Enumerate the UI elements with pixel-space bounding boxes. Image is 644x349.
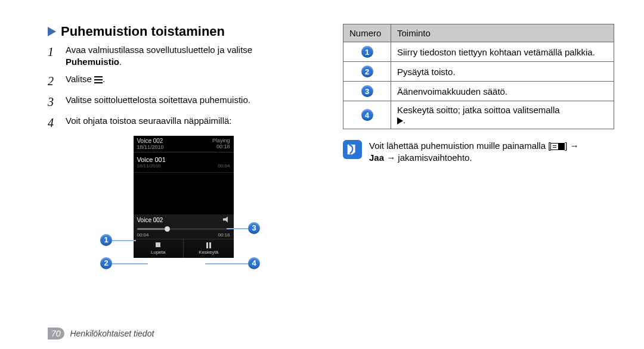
table-row: 3 Äänenvoimakkuuden säätö. xyxy=(343,82,614,101)
step-2-text-b: . xyxy=(103,74,105,84)
step-2-text-a: Valitse xyxy=(66,74,92,84)
play-icon xyxy=(397,117,403,124)
page-footer: 70 Henkilökohtaiset tiedot xyxy=(48,329,154,338)
now-playing-dur: 00:18 xyxy=(212,144,230,149)
table-row: 1 Siirry tiedoston tiettyyn kohtaan vetä… xyxy=(343,42,614,62)
col-function: Toiminto xyxy=(391,24,614,42)
list-item-title: Voice 001 xyxy=(137,156,230,163)
step-number: 2 xyxy=(48,73,60,89)
step-1: 1 Avaa valmiustilassa sovellutusluettelo… xyxy=(48,44,319,68)
now-playing-status: Playing xyxy=(212,138,230,144)
note-icon xyxy=(343,140,362,159)
step-3-text: Valitse soittoluettelosta soitettava puh… xyxy=(66,94,250,110)
callout-1: 1 xyxy=(100,234,112,246)
callout-leader xyxy=(227,228,248,229)
table-row: 2 Pysäytä toisto. xyxy=(343,62,614,82)
pause-label: Keskeytä xyxy=(199,250,218,255)
list-icon xyxy=(94,76,103,83)
step-3: 3 Valitse soittoluettelosta soitettava p… xyxy=(48,94,319,110)
note-part1: Voit lähettää puhemuistion muille painam… xyxy=(369,141,550,151)
callout-4: 4 xyxy=(248,257,260,269)
steps-list: 1 Avaa valmiustilassa sovellutusluettelo… xyxy=(48,44,319,131)
step-number: 4 xyxy=(48,115,60,131)
func-2: Pysäytä toisto. xyxy=(391,62,614,82)
callout-2: 2 xyxy=(100,257,112,269)
pause-button-mock: Keskeytä xyxy=(184,239,234,258)
ref-2-icon: 2 xyxy=(361,66,373,77)
time-elapsed: 00:04 xyxy=(137,232,149,238)
section-heading: Puhemuistion toistaminen xyxy=(48,24,319,39)
note-part3a: Jaa xyxy=(369,152,384,163)
note-box: Voit lähettää puhemuistion muille painam… xyxy=(343,140,614,164)
step-number: 1 xyxy=(48,44,60,68)
now-playing-title: Voice 002 xyxy=(137,138,164,144)
ref-4-icon: 4 xyxy=(361,109,373,121)
volume-icon xyxy=(223,217,230,223)
col-number: Numero xyxy=(343,24,391,42)
step-number: 3 xyxy=(48,94,60,110)
table-header: Numero Toiminto xyxy=(343,24,614,42)
func-3: Äänenvoimakkuuden säätö. xyxy=(391,82,614,101)
stop-button-mock: Lopeta xyxy=(134,239,184,258)
heading-text: Puhemuistion toistaminen xyxy=(61,24,225,39)
list-item-date: 18/11/2010 xyxy=(137,163,161,169)
page-number: 70 xyxy=(48,328,64,339)
func-4b: . xyxy=(403,115,405,125)
step-1-text-a: Avaa valmiustilassa sovellutusluettelo j… xyxy=(66,45,252,55)
table-row: 4 Keskeytä soitto; jatka soittoa valitse… xyxy=(343,101,614,129)
callout-leader xyxy=(205,263,248,264)
phone-screenshot: Voice 002 18/11/2010 Playing 00:18 Voice… xyxy=(134,136,234,258)
now-playing-date: 18/11/2010 xyxy=(137,144,164,150)
progress-bar xyxy=(137,228,230,230)
callout-leader xyxy=(112,263,148,264)
player-title: Voice 002 xyxy=(137,217,163,223)
ref-1-icon: 1 xyxy=(361,46,373,58)
step-1-bold: Puhemuistio xyxy=(66,57,119,67)
step-4-text: Voit ohjata toistoa seuraavilla näppäimi… xyxy=(66,115,232,131)
step-2: 2 Valitse . xyxy=(48,73,319,89)
step-1-text-c: . xyxy=(119,57,122,67)
func-1: Siirry tiedoston tiettyyn kohtaan vetämä… xyxy=(391,42,614,62)
section-name: Henkilökohtaiset tiedot xyxy=(70,329,154,338)
note-part2: ] → xyxy=(565,141,578,151)
callout-leader xyxy=(112,240,136,241)
ref-3-icon: 3 xyxy=(361,85,373,97)
step-4: 4 Voit ohjata toistoa seuraavilla näppäi… xyxy=(48,115,319,131)
function-table: Numero Toiminto 1 Siirry tiedoston tiett… xyxy=(343,24,614,129)
time-total: 00:18 xyxy=(218,232,230,238)
func-4a: Keskeytä soitto; jatka soittoa valitsema… xyxy=(397,105,560,115)
stop-label: Lopeta xyxy=(151,250,165,255)
note-part3b: → jakamisvaihtoehto. xyxy=(384,152,472,163)
list-item-dur: 00:04 xyxy=(218,163,230,169)
menu-button-icon xyxy=(550,143,565,150)
chevron-right-icon xyxy=(48,27,56,36)
callout-3: 3 xyxy=(248,222,260,234)
